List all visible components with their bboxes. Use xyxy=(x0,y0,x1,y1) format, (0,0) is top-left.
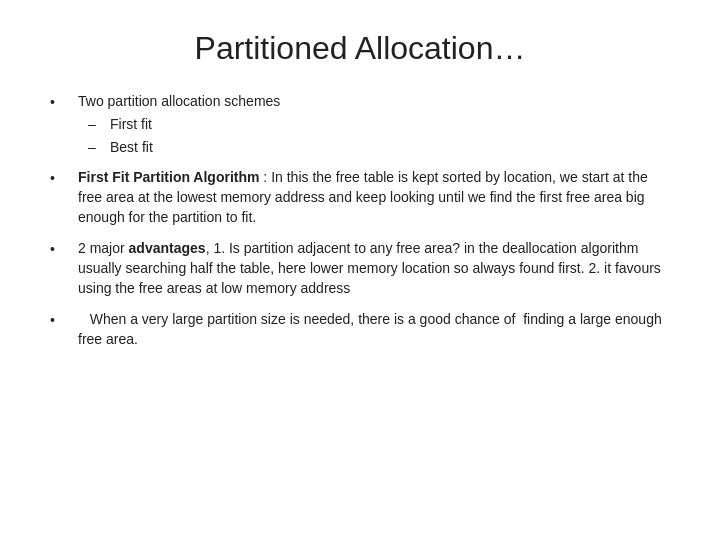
bullet-item-1: • Two partition allocation schemes – Fir… xyxy=(50,91,670,157)
sub-bullet-first-fit: – First fit xyxy=(88,114,670,134)
bullet-4-text: When a very large partition size is need… xyxy=(78,311,662,347)
bullet-2-text: First Fit Partition Algorithm : In this … xyxy=(78,169,648,226)
bullet-content-2: First Fit Partition Algorithm : In this … xyxy=(78,167,670,228)
sub-dash-2: – xyxy=(88,137,102,157)
bullet-dot-2: • xyxy=(50,168,68,188)
bullet-dot-4: • xyxy=(50,310,68,330)
slide: Partitioned Allocation… • Two partition … xyxy=(0,0,720,540)
bullet-2-bold: First Fit Partition Algorithm xyxy=(78,169,259,185)
bullet-content-4: When a very large partition size is need… xyxy=(78,309,670,350)
slide-title: Partitioned Allocation… xyxy=(50,30,670,67)
bullet-dot-3: • xyxy=(50,239,68,259)
sub-dash-1: – xyxy=(88,114,102,134)
sub-bullet-best-fit-label: Best fit xyxy=(110,137,153,157)
bullet-content-1: Two partition allocation schemes – First… xyxy=(78,91,670,157)
bullet-item-2: • First Fit Partition Algorithm : In thi… xyxy=(50,167,670,228)
bullet-1-text: Two partition allocation schemes xyxy=(78,93,280,109)
bullet-item-3: • 2 major advantages, 1. Is partition ad… xyxy=(50,238,670,299)
bullet-3-bold: advantages xyxy=(129,240,206,256)
bullet-item-4: • When a very large partition size is ne… xyxy=(50,309,670,350)
bullet-content-3: 2 major advantages, 1. Is partition adja… xyxy=(78,238,670,299)
sub-bullet-best-fit: – Best fit xyxy=(88,137,670,157)
bullet-dot-1: • xyxy=(50,92,68,112)
sub-bullet-first-fit-label: First fit xyxy=(110,114,152,134)
sub-bullets-1: – First fit – Best fit xyxy=(88,114,670,157)
slide-content: • Two partition allocation schemes – Fir… xyxy=(50,91,670,510)
bullet-3-text: 2 major advantages, 1. Is partition adja… xyxy=(78,240,661,297)
